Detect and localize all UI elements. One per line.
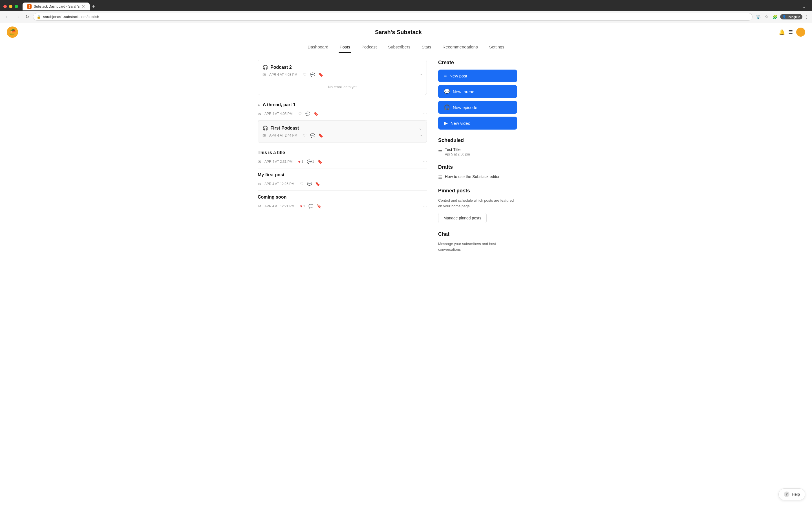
comment-button-thread1[interactable]: 💬 — [305, 112, 310, 116]
comment-button-podcast2[interactable]: 💬 — [310, 72, 315, 77]
new-video-icon: ▶ — [444, 120, 448, 126]
new-video-button[interactable]: ▶ New video — [438, 117, 517, 129]
post-item-inner-comingsoon: Coming soon ✉ APR 4 AT 12:21 PM ♥ 1 💬 🔖 — [258, 194, 427, 209]
like-button-comingsoon[interactable]: ♥ 1 — [300, 204, 305, 209]
help-button[interactable]: ? Help — [778, 489, 805, 500]
notification-bell-icon[interactable]: 🔔 — [779, 29, 785, 35]
new-video-label: New video — [451, 121, 470, 126]
more-tabs-icon[interactable]: ⌄ — [800, 2, 809, 11]
more-options-firstpodcast[interactable]: ··· — [418, 133, 422, 138]
browser-chrome: S Substack Dashboard - Sarah's ✕ + ⌄ ← →… — [0, 0, 812, 23]
draft-title-0[interactable]: How to use the Substack editor — [445, 174, 500, 180]
nav-subscribers[interactable]: Subscribers — [387, 41, 411, 53]
reload-button[interactable]: ↻ — [24, 13, 31, 20]
nav-settings[interactable]: Settings — [488, 41, 506, 53]
forward-button[interactable]: → — [13, 13, 21, 20]
cast-icon[interactable]: 📡 — [755, 13, 762, 20]
toolbar-icons: 📡 ☆ 🧩 👤 Incognito ⋮ — [755, 13, 809, 20]
browser-tab[interactable]: S Substack Dashboard - Sarah's ✕ — [22, 3, 90, 10]
help-label: Help — [792, 492, 800, 497]
bookmark-button-podcast2[interactable]: 🔖 — [318, 72, 323, 77]
comment-button-comingsoon[interactable]: 💬 — [308, 204, 313, 209]
like-button-thistitle[interactable]: ♥ 1 — [298, 159, 303, 164]
more-options-thistitle[interactable]: ··· — [423, 159, 427, 164]
app-logo[interactable]: 🥭 — [7, 26, 18, 38]
maximize-window-btn[interactable] — [15, 5, 18, 8]
nav-stats[interactable]: Stats — [420, 41, 432, 53]
bookmark-button-thread1[interactable]: 🔖 — [313, 112, 318, 116]
email-icon-thread1: ✉ — [258, 112, 261, 116]
close-tab-icon[interactable]: ✕ — [82, 4, 85, 9]
help-icon: ? — [784, 492, 790, 497]
user-avatar[interactable] — [796, 27, 805, 37]
scheduled-item-title[interactable]: Test Title — [445, 147, 470, 152]
close-window-btn[interactable] — [3, 5, 7, 8]
post-item-inner-thistitle: This is a title ✉ APR 4 AT 2:31 PM ♥ 1 💬… — [258, 150, 427, 164]
post-header-podcast2: 🎧 Podcast 2 — [262, 64, 422, 70]
post-actions-podcast2: ♡ 💬 🔖 — [303, 72, 323, 77]
back-button[interactable]: ← — [3, 13, 11, 20]
more-options-myfirstpost[interactable]: ··· — [423, 181, 427, 186]
post-actions-thistitle: ♥ 1 💬 1 🔖 — [298, 159, 322, 164]
more-options-thread1[interactable]: ··· — [423, 111, 427, 116]
like-button-myfirstpost[interactable]: ♡ — [300, 182, 304, 186]
extension-icon[interactable]: 🧩 — [771, 13, 778, 20]
like-button-podcast2[interactable]: ♡ — [303, 72, 307, 77]
nav-podcast[interactable]: Podcast — [360, 41, 378, 53]
post-actions-comingsoon: ♥ 1 💬 🔖 — [300, 204, 321, 209]
new-thread-button[interactable]: 💬 New thread — [438, 85, 517, 98]
post-actions-firstpodcast: ♡ 💬 🔖 — [303, 133, 323, 138]
post-meta-comingsoon: ✉ APR 4 AT 12:21 PM ♥ 1 💬 🔖 ··· — [258, 204, 427, 209]
sidebar-column: Create ≡ New post 💬 New thread 🎧 New epi… — [438, 60, 517, 260]
browser-more-icon[interactable]: ⋮ — [804, 14, 809, 19]
thread-icon: ○ — [258, 102, 260, 107]
nav-recommendations[interactable]: Recommendations — [442, 41, 479, 53]
bookmark-button-comingsoon[interactable]: 🔖 — [317, 204, 321, 209]
main-layout: 🎧 Podcast 2 ✉ APR 4 AT 4:08 PM ♡ 💬 🔖 ···… — [251, 53, 561, 267]
address-bar[interactable]: 🔒 sarahjonas1.substack.com/publish — [33, 13, 753, 20]
new-post-button[interactable]: ≡ New post — [438, 69, 517, 82]
drafts-section: Drafts ☰ How to use the Substack editor — [438, 164, 517, 180]
bookmark-button-firstpodcast[interactable]: 🔖 — [318, 133, 323, 138]
like-count-comingsoon: 1 — [303, 204, 305, 208]
nav-dashboard[interactable]: Dashboard — [306, 41, 329, 53]
post-date-podcast2: APR 4 AT 4:08 PM — [269, 73, 297, 76]
nav-posts[interactable]: Posts — [339, 41, 352, 53]
post-title-thread1[interactable]: A thread, part 1 — [263, 102, 427, 107]
post-title-podcast2[interactable]: Podcast 2 — [270, 65, 422, 70]
bookmark-button-myfirstpost[interactable]: 🔖 — [315, 182, 320, 186]
app-header-top: 🥭 Sarah's Substack 🔔 ☰ — [0, 23, 812, 41]
hamburger-menu-icon[interactable]: ☰ — [788, 29, 793, 35]
post-title-myfirstpost[interactable]: My first post — [258, 172, 427, 177]
post-date-firstpodcast: APR 4 AT 2:44 PM — [269, 133, 297, 137]
comment-button-myfirstpost[interactable]: 💬 — [307, 182, 312, 186]
new-thread-label: New thread — [453, 89, 474, 94]
app-header: 🥭 Sarah's Substack 🔔 ☰ Dashboard Posts P… — [0, 23, 812, 53]
comment-button-firstpodcast[interactable]: 💬 — [310, 133, 315, 138]
comment-button-thistitle[interactable]: 💬 1 — [307, 159, 314, 164]
post-title-firstpodcast[interactable]: First Podcast — [270, 126, 416, 131]
manage-pinned-button[interactable]: Manage pinned posts — [438, 213, 487, 223]
bookmark-star-icon[interactable]: ☆ — [763, 13, 770, 20]
chevron-down-icon[interactable]: ⌄ — [419, 126, 422, 130]
more-options-comingsoon[interactable]: ··· — [423, 204, 427, 209]
email-icon-podcast2: ✉ — [262, 72, 266, 77]
post-actions-thread1: ♡ 💬 🔖 — [298, 112, 318, 116]
pinned-section-title: Pinned posts — [438, 188, 517, 194]
new-episode-button[interactable]: 🎧 New episode — [438, 101, 517, 114]
new-tab-button[interactable]: + — [90, 3, 97, 11]
lock-icon: 🔒 — [37, 15, 41, 19]
like-button-firstpodcast[interactable]: ♡ — [303, 133, 307, 138]
incognito-label: Incognito — [788, 15, 800, 18]
post-title-thistitle[interactable]: This is a title — [258, 150, 427, 155]
post-title-comingsoon[interactable]: Coming soon — [258, 194, 427, 200]
like-button-thread1[interactable]: ♡ — [298, 112, 302, 116]
more-options-podcast2[interactable]: ··· — [418, 72, 422, 77]
incognito-badge[interactable]: 👤 Incognito — [780, 14, 802, 19]
browser-toolbar: ← → ↻ 🔒 sarahjonas1.substack.com/publish… — [0, 11, 812, 23]
minimize-window-btn[interactable] — [9, 5, 12, 8]
app-nav: Dashboard Posts Podcast Subscribers Stat… — [0, 41, 812, 53]
drafts-section-title: Drafts — [438, 164, 517, 170]
bookmark-button-thistitle[interactable]: 🔖 — [317, 159, 322, 164]
post-item-thread1: ○ A thread, part 1 ✉ APR 4 AT 4:05 PM ♡ … — [258, 98, 427, 121]
